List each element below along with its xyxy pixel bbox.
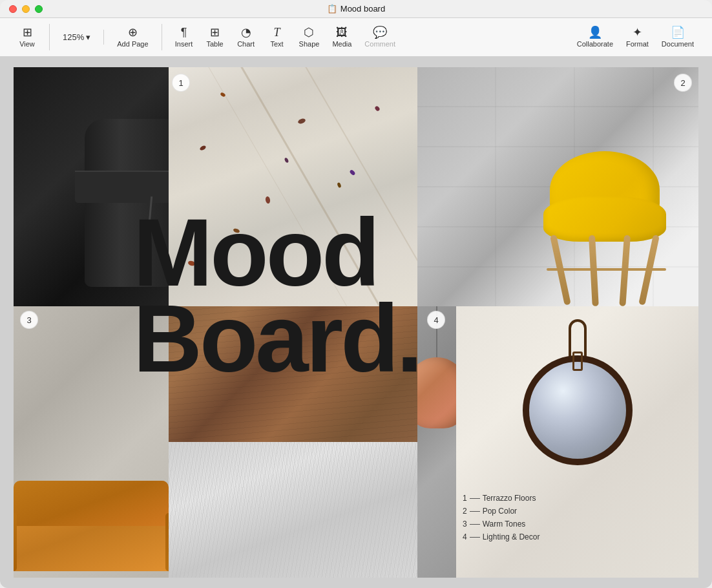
zoom-group: 125% ▾: [52, 30, 104, 45]
insert-icon: ¶: [181, 26, 187, 38]
legend-label-2: Pop Color: [483, 507, 517, 516]
titlebar: 📋 Mood board: [0, 0, 712, 18]
maximize-button[interactable]: [35, 5, 43, 13]
legend-num-2: 2: [463, 507, 467, 516]
page-badge-3: 3: [20, 311, 38, 329]
legend-item-3: 3 Warm Tones: [463, 520, 576, 529]
collaborate-button[interactable]: 👤 Collaborate: [572, 24, 618, 50]
photo-terrazzo[interactable]: [169, 67, 417, 306]
table-button[interactable]: ⊞ Table: [201, 24, 229, 50]
collaborate-icon: 👤: [588, 26, 602, 38]
traffic-lights: [9, 5, 43, 13]
close-button[interactable]: [9, 5, 17, 13]
photo-mirror[interactable]: 1 Terrazzo Floors 2 Pop Color 3 Warm Ton…: [456, 306, 698, 578]
text-button[interactable]: T Text: [263, 24, 291, 50]
insert-tools: ¶ Insert ⊞ Table ◔ Chart T Text ⬡ Shape …: [165, 24, 406, 50]
photo-leather-chair[interactable]: [14, 67, 169, 306]
page-badge-4: 4: [427, 311, 445, 329]
media-icon: 🖼: [336, 26, 348, 38]
legend-label-1: Terrazzo Floors: [483, 494, 536, 503]
zoom-arrow: ▾: [86, 32, 90, 42]
toolbar: ⊞ View 125% ▾ ⊕ Add Page ¶ Insert ⊞ Tabl…: [0, 18, 712, 57]
window-title: 📋 Mood board: [327, 4, 385, 14]
chart-button[interactable]: ◔ Chart: [232, 24, 260, 50]
legend-num-4: 4: [463, 532, 467, 541]
shape-button[interactable]: ⬡ Shape: [294, 24, 325, 50]
zoom-value: 125%: [63, 32, 84, 42]
table-icon: ⊞: [210, 26, 220, 38]
legend-item-2: 2 Pop Color: [463, 507, 576, 516]
comment-icon: 💬: [373, 26, 387, 38]
page-badge-2: 2: [674, 74, 692, 92]
photo-yellow-chair[interactable]: [417, 67, 698, 306]
photo-pendant-lamp[interactable]: [417, 306, 456, 578]
text-icon: T: [274, 26, 280, 38]
media-button[interactable]: 🖼 Media: [327, 24, 357, 50]
app-icon: 📋: [327, 4, 337, 14]
legend-dash-2: [470, 511, 480, 512]
legend: 1 Terrazzo Floors 2 Pop Color 3 Warm Ton…: [463, 494, 576, 545]
add-page-button[interactable]: ⊕ Add Page: [112, 24, 153, 50]
sidebar-icon: ⊞: [23, 26, 32, 38]
legend-label-4: Lighting & Decor: [483, 532, 540, 541]
insert-button[interactable]: ¶ Insert: [170, 24, 198, 50]
minimize-button[interactable]: [22, 5, 30, 13]
right-tools: 👤 Collaborate ✦ Format 📄 Document: [567, 24, 704, 50]
legend-dash-3: [470, 524, 480, 525]
format-button[interactable]: ✦ Format: [621, 24, 654, 50]
add-page-icon: ⊕: [128, 26, 138, 38]
comment-button[interactable]: 💬 Comment: [359, 24, 401, 50]
document-button[interactable]: 📄 Document: [656, 24, 699, 50]
legend-dash-4: [470, 537, 480, 538]
canvas: 1 Terrazzo Floors 2 Pop Color 3 Warm Ton…: [0, 57, 712, 588]
legend-dash-1: [470, 498, 480, 499]
view-group: ⊞ View: [8, 24, 50, 50]
legend-item-1: 1 Terrazzo Floors: [463, 494, 576, 503]
chart-icon: ◔: [241, 26, 251, 38]
photo-fur: [169, 442, 417, 578]
moodboard[interactable]: 1 Terrazzo Floors 2 Pop Color 3 Warm Ton…: [14, 67, 698, 578]
view-button[interactable]: ⊞ View: [13, 24, 41, 50]
photo-wood: [169, 306, 417, 442]
shape-icon: ⬡: [304, 26, 314, 38]
format-icon: ✦: [633, 26, 642, 38]
photo-wood-fur[interactable]: [169, 306, 417, 578]
photo-warm-sofa[interactable]: [14, 306, 169, 578]
document-icon: 📄: [671, 26, 685, 38]
zoom-control[interactable]: 125% ▾: [58, 30, 96, 45]
legend-num-1: 1: [463, 494, 467, 503]
page-badge-1: 1: [172, 74, 190, 92]
add-page-group: ⊕ Add Page: [107, 24, 162, 50]
legend-label-3: Warm Tones: [483, 520, 526, 529]
legend-num-3: 3: [463, 520, 467, 529]
legend-item-4: 4 Lighting & Decor: [463, 532, 576, 541]
